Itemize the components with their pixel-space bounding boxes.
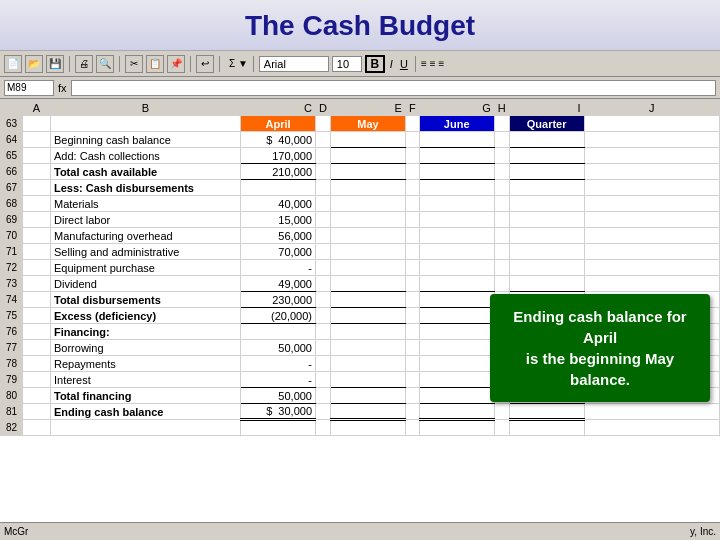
cell-78g[interactable] [419,356,494,372]
cell-79e[interactable] [330,372,405,388]
cell-67b[interactable]: Less: Cash disbursements [51,180,241,196]
save-btn[interactable]: 💾 [46,55,64,73]
cell-74c[interactable]: 230,000 [241,292,316,308]
cell-64i[interactable] [509,132,584,148]
cell-73i[interactable] [509,276,584,292]
cell-79a[interactable] [23,372,51,388]
align-right-btn[interactable]: ≡ [439,58,445,69]
cell-77c[interactable]: 50,000 [241,340,316,356]
cell-82i[interactable] [509,420,584,436]
cell-78c[interactable]: - [241,356,316,372]
cut-btn[interactable]: ✂ [125,55,143,73]
cell-71b-selling-admin[interactable]: Selling and administrative [51,244,241,260]
paste-btn[interactable]: 📌 [167,55,185,73]
cell-82c[interactable] [241,420,316,436]
undo-btn[interactable]: ↩ [196,55,214,73]
cell-63a[interactable] [23,116,51,132]
cell-69c[interactable]: 15,000 [241,212,316,228]
cell-82g[interactable] [419,420,494,436]
bold-button[interactable]: B [365,55,385,73]
align-left-btn[interactable]: ≡ [421,58,427,69]
cell-79g[interactable] [419,372,494,388]
cell-66e[interactable] [330,164,405,180]
cell-65i[interactable] [509,148,584,164]
cell-64b[interactable]: Beginning cash balance [51,132,241,148]
cell-66i[interactable] [509,164,584,180]
cell-66c[interactable]: 210,000 [241,164,316,180]
cell-76a[interactable] [23,324,51,340]
cell-77g[interactable] [419,340,494,356]
cell-74b[interactable]: Total disbursements [51,292,241,308]
cell-73b[interactable]: Dividend [51,276,241,292]
cell-72b[interactable]: Equipment purchase [51,260,241,276]
cell-71c[interactable]: 70,000 [241,244,316,260]
new-btn[interactable]: 📄 [4,55,22,73]
cell-67c[interactable] [241,180,316,196]
cell-82e[interactable] [330,420,405,436]
cell-64c[interactable]: $ 40,000 [241,132,316,148]
italic-btn[interactable]: I [390,58,393,70]
cell-76c[interactable] [241,324,316,340]
col-quarter-label[interactable]: Quarter [509,116,584,132]
open-btn[interactable]: 📂 [25,55,43,73]
cell-65a[interactable] [23,148,51,164]
cell-73g[interactable] [419,276,494,292]
cell-82b[interactable] [51,420,241,436]
cell-65g[interactable] [419,148,494,164]
cell-73a[interactable] [23,276,51,292]
align-center-btn[interactable]: ≡ [430,58,436,69]
cell-79b[interactable]: Interest [51,372,241,388]
cell-76b[interactable]: Financing: [51,324,241,340]
cell-81e[interactable] [330,404,405,420]
cell-81a[interactable] [23,404,51,420]
underline-btn[interactable]: U [400,58,408,70]
col-may-label[interactable]: May [330,116,405,132]
cell-81c[interactable]: $ 30,000 [241,404,316,420]
cell-77a[interactable] [23,340,51,356]
cell-69b-direct-labor[interactable]: Direct labor [51,212,241,228]
cell-66a[interactable] [23,164,51,180]
cell-72e[interactable] [330,260,405,276]
cell-70c[interactable]: 56,000 [241,228,316,244]
cell-81b[interactable]: Ending cash balance [51,404,241,420]
cell-63b[interactable] [51,116,241,132]
cell-80g[interactable] [419,388,494,404]
cell-64e[interactable] [330,132,405,148]
cell-69e[interactable] [330,212,405,228]
cell-74g[interactable] [419,292,494,308]
formula-input[interactable] [71,80,716,96]
cell-67i[interactable] [509,180,584,196]
font-name-box[interactable]: Arial [259,56,329,72]
cell-79c[interactable]: - [241,372,316,388]
cell-69g[interactable] [419,212,494,228]
cell-75c[interactable]: (20,000) [241,308,316,324]
cell-80b[interactable]: Total financing [51,388,241,404]
cell-72a[interactable] [23,260,51,276]
cell-73c[interactable]: 49,000 [241,276,316,292]
cell-68c[interactable]: 40,000 [241,196,316,212]
cell-77e[interactable] [330,340,405,356]
font-size-box[interactable]: 10 [332,56,362,72]
cell-68b[interactable]: Materials [51,196,241,212]
cell-72c[interactable]: - [241,260,316,276]
cell-71i[interactable] [509,244,584,260]
cell-68g[interactable] [419,196,494,212]
cell-71g[interactable] [419,244,494,260]
cell-82a[interactable] [23,420,51,436]
cell-73e[interactable] [330,276,405,292]
cell-78a[interactable] [23,356,51,372]
cell-70g[interactable] [419,228,494,244]
cell-81g[interactable] [419,404,494,420]
cell-65c[interactable]: 170,000 [241,148,316,164]
cell-71e[interactable] [330,244,405,260]
cell-76g[interactable] [419,324,494,340]
cell-66g[interactable] [419,164,494,180]
cell-80a[interactable] [23,388,51,404]
cell-69i[interactable] [509,212,584,228]
cell-75e[interactable] [330,308,405,324]
cell-72i[interactable] [509,260,584,276]
cell-67e[interactable] [330,180,405,196]
cell-68i[interactable] [509,196,584,212]
cell-80e[interactable] [330,388,405,404]
cell-68a[interactable] [23,196,51,212]
